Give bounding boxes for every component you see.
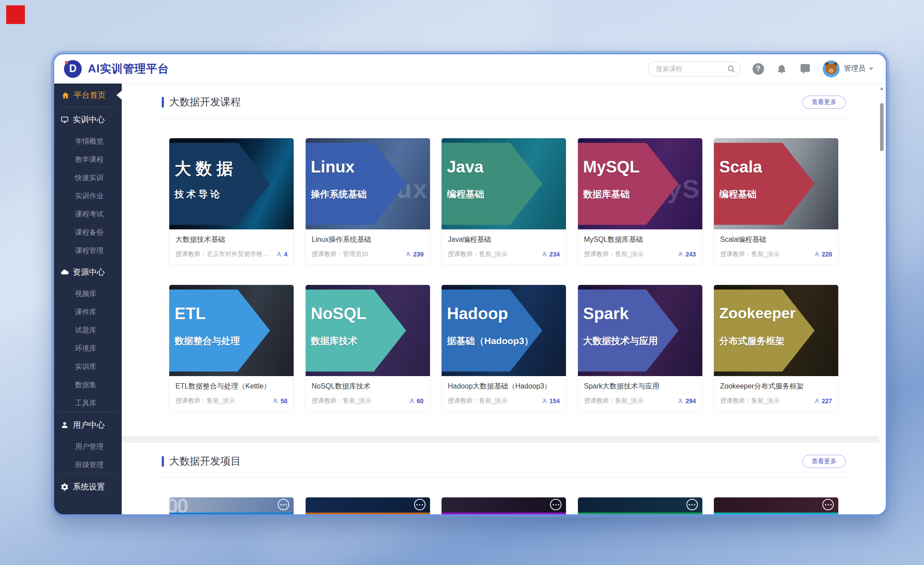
sidebar-item[interactable]: 试题库 <box>54 321 122 339</box>
course-cover-image: Zookeeper 分布式服务框架 <box>714 285 838 376</box>
cover-subtitle: 操作系统基础 <box>311 188 367 200</box>
cover-subtitle: 分布式服务框架 <box>719 335 785 347</box>
sidebar-group-settings[interactable]: 系统设置 <box>54 474 122 499</box>
project-card-grid: 00 大数据开发案例 大数据开发案例 <box>169 497 839 514</box>
project-card[interactable]: 大数据开发案例 <box>305 497 430 514</box>
sidebar-group-label: 用户中心 <box>73 420 105 430</box>
chevron-down-icon[interactable] <box>869 68 873 70</box>
search-box <box>648 61 741 76</box>
user-icon <box>60 421 69 429</box>
cover-arrow-shape <box>169 285 294 376</box>
course-card[interactable]: NoSQL 数据库技术 NoSQL数据库技术 授课教师：售前_演示 60 <box>305 285 430 412</box>
sidebar-item[interactable]: 快速实训 <box>54 168 122 187</box>
search-icon[interactable] <box>727 64 736 73</box>
project-banner: 大数据开发案例 <box>306 513 430 514</box>
cover-subtitle: 技 术 导 论 <box>175 188 220 200</box>
student-count: 294 <box>677 397 696 405</box>
sidebar-item-label: 平台首页 <box>74 90 106 100</box>
course-cover-image: NoSQL 数据库技术 <box>306 285 430 376</box>
course-card[interactable]: MyS MySQL 数据库基础 MySQL数据库基础 授课教师：售前_演示 24… <box>578 138 703 265</box>
sidebar-item[interactable]: 视频库 <box>54 285 122 303</box>
course-card[interactable]: ETL 数据整合与处理 ETL数据整合与处理（Kettle） 授课教师：售前_演… <box>169 285 294 412</box>
sidebar-item[interactable]: 课程考试 <box>54 205 122 223</box>
course-teacher: 授课教师：售前_演示 <box>720 397 810 405</box>
student-count: 234 <box>542 251 560 258</box>
sidebar-group-training[interactable]: 实训中心 <box>54 107 122 132</box>
cover-title: Spark <box>583 305 629 323</box>
desktop-red-marker <box>6 5 25 24</box>
person-icon <box>542 251 548 257</box>
sidebar-item[interactable]: 工具库 <box>54 394 122 412</box>
cover-title: MySQL <box>583 158 640 176</box>
sidebar-item[interactable]: 实训库 <box>54 357 122 376</box>
course-title: Spark大数据技术与应用 <box>584 382 696 391</box>
project-cover-image <box>578 497 702 513</box>
course-card[interactable]: Zookeeper 分布式服务框架 Zookeeper分布式服务框架 授课教师：… <box>713 285 839 412</box>
user-name[interactable]: 管理员 <box>844 64 865 73</box>
cover-title: ETL <box>175 305 206 323</box>
sidebar-item[interactable]: 课程管理 <box>54 241 122 260</box>
project-card[interactable]: 大数据开发案例 <box>578 497 703 514</box>
project-card[interactable]: 大数据开发案例 <box>441 497 566 514</box>
course-title: Scala编程基础 <box>720 235 832 244</box>
project-banner: 大数据开发案例 <box>169 513 294 514</box>
app-logo-icon: D <box>64 60 82 78</box>
course-card[interactable]: Hadoop 据基础（Hadoop3） Hadoop大数据基础（Hadoop3）… <box>441 285 566 412</box>
course-title: NoSQL数据库技术 <box>312 382 424 391</box>
sidebar-item-home[interactable]: 平台首页 <box>54 84 122 107</box>
section-projects: 大数据开发项目 查看更多 00 大数据开发案例 大数据开 <box>122 443 886 514</box>
cover-title: Hadoop <box>447 305 508 323</box>
student-count: 60 <box>409 397 424 405</box>
sidebar-item[interactable]: 教学课程 <box>54 150 122 168</box>
monitor-icon <box>60 116 69 124</box>
course-card[interactable]: 大 数 据 技 术 导 论 大数据技术基础 授课教师：北京市对外贸易学校教...… <box>169 138 294 265</box>
divider <box>162 477 846 477</box>
sidebar-item[interactable]: 课件库 <box>54 303 122 321</box>
cover-title: Java <box>447 158 483 176</box>
sidebar-item[interactable]: 数据集 <box>54 376 122 394</box>
project-card[interactable]: 大数据开发案例 <box>713 497 839 514</box>
scrollbar-thumb[interactable] <box>880 103 884 151</box>
course-teacher: 授课教师：北京市对外贸易学校教... <box>175 250 272 258</box>
view-more-button[interactable]: 查看更多 <box>802 96 846 109</box>
course-card[interactable]: inux Linux 操作系统基础 Linux操作系统基础 授课教师：管理员10… <box>305 138 430 265</box>
project-banner: 大数据开发案例 <box>578 513 702 514</box>
cover-subtitle: 据基础（Hadoop3） <box>447 335 534 347</box>
sidebar-item[interactable]: 实训作业 <box>54 187 122 205</box>
sidebar-item[interactable]: 用户管理 <box>54 437 122 456</box>
cover-subtitle: 编程基础 <box>719 188 757 200</box>
user-avatar[interactable] <box>823 60 840 77</box>
cover-subtitle: 数据整合与处理 <box>175 335 240 347</box>
course-cover-image: Scala 编程基础 <box>714 138 838 229</box>
course-card[interactable]: Java 编程基础 Java编程基础 授课教师：售前_演示 234 <box>441 138 566 265</box>
sidebar-item[interactable]: 课程备份 <box>54 223 122 241</box>
app-title: AI实训管理平台 <box>88 61 169 76</box>
project-cover-image <box>714 497 838 513</box>
more-dots-icon <box>278 499 289 510</box>
scrollbar[interactable] <box>879 85 885 513</box>
project-card[interactable]: 00 大数据开发案例 <box>169 497 294 514</box>
more-dots-icon <box>550 499 562 510</box>
cover-title: Scala <box>719 158 762 176</box>
sidebar-item[interactable]: 班级管理 <box>54 456 122 474</box>
cover-arrow-shape <box>306 285 430 376</box>
sidebar-item[interactable]: 学情概览 <box>54 132 122 150</box>
cover-subtitle: 编程基础 <box>447 188 484 200</box>
course-card[interactable]: Spark 大数据技术与应用 Spark大数据技术与应用 授课教师：售前_演示 … <box>578 285 703 412</box>
active-notch <box>116 91 122 100</box>
student-count: 243 <box>677 251 696 258</box>
course-card[interactable]: Scala 编程基础 Scala编程基础 授课教师：售前_演示 228 <box>713 138 839 265</box>
bell-icon[interactable] <box>776 63 788 75</box>
sidebar-item[interactable]: 环境库 <box>54 339 122 357</box>
sidebar-group-users[interactable]: 用户中心 <box>54 413 122 437</box>
view-more-button[interactable]: 查看更多 <box>802 455 846 468</box>
cover-subtitle: 数据库技术 <box>311 335 358 347</box>
sidebar-group-label: 系统设置 <box>73 481 105 492</box>
cloud-icon <box>60 268 69 276</box>
more-dots-icon <box>822 499 834 510</box>
scrollbar-up-arrow-icon[interactable] <box>880 87 884 90</box>
sidebar-group-resources[interactable]: 资源中心 <box>54 260 122 285</box>
sidebar-group-label: 实训中心 <box>73 114 105 125</box>
message-icon[interactable] <box>799 63 811 75</box>
help-icon[interactable]: ? <box>752 63 764 75</box>
